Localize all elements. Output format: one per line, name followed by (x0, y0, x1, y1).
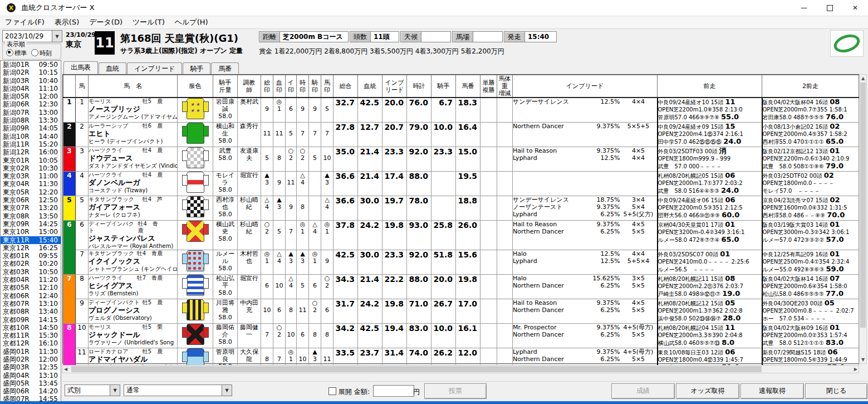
scroll-left-icon[interactable]: ◀ (64, 366, 67, 373)
vertical-scroll-thumb[interactable] (860, 82, 866, 328)
order-time-radio[interactable]: 時刻 (31, 49, 52, 57)
race-list-item[interactable]: 新潟07R13:00 (1, 109, 61, 116)
menu-data[interactable]: データ(D) (84, 16, 127, 28)
minimize-button[interactable]: — (791, 0, 817, 16)
bet-mode-select[interactable]: 通常 ▼ (124, 384, 232, 396)
race-list-item[interactable]: 東京07R13:20 (1, 204, 61, 212)
race-list-item[interactable]: 京都06R12:40 (1, 292, 61, 300)
race-list-item[interactable]: 盛岡02R12:00 (1, 356, 61, 363)
close-race-button[interactable]: 閉じる (805, 383, 867, 399)
amount-input[interactable] (373, 385, 414, 397)
trainer-name: 中内田充 (238, 299, 261, 314)
race-list-item[interactable]: 盛岡03R12:35 (1, 363, 61, 371)
horse-row[interactable]: 7 キタサンブラック 牡4 青鹿 イクイノックス シャトーブランシュ (キングヘ… (63, 250, 859, 275)
race-list-item[interactable]: 新潟05R12:00 (1, 93, 61, 100)
silks-icon (187, 221, 204, 242)
tab-entry-table[interactable]: 出馬表 (63, 61, 98, 75)
horizontal-scroll-thumb[interactable] (71, 366, 762, 372)
mark-time-cell: 5 (297, 275, 309, 299)
vote-button[interactable]: 投票 (424, 383, 487, 399)
race-list-item[interactable]: 新潟06R12:30 (1, 100, 61, 108)
vertical-scrollbar[interactable]: ▲ ▼ (859, 74, 867, 364)
race-list-item[interactable]: 京都02R10:20 (1, 260, 61, 267)
bet-type-select[interactable]: 式別 ▼ (65, 384, 120, 396)
race-list-item[interactable]: 京都10R14:50 (1, 324, 61, 332)
close-button[interactable]: ✕ (842, 0, 868, 16)
horse-row[interactable]: 4 4 ハーツクライ 牡4 鹿 ダノンベルーガ コーステッド (Tizway) … (63, 172, 859, 196)
menu-file[interactable]: ファイル(F) (0, 16, 50, 28)
horizontal-scrollbar[interactable]: ◀ ▶ (62, 365, 859, 373)
horse-name: プログノーシス (89, 306, 177, 315)
race-list-item[interactable]: 東京02R10:30 (1, 164, 61, 172)
tab-horse-number[interactable]: 馬番 (211, 62, 239, 74)
tab-inbreed[interactable]: インブリード (127, 62, 182, 74)
race-list-item[interactable]: 新潟10R14:40 (1, 133, 61, 140)
race-list-item[interactable]: 新潟09R14:05 (1, 124, 61, 132)
race-list-item[interactable]: 東京10R15:00 (1, 228, 61, 236)
race-list-item[interactable]: 新潟01R09:50 (1, 61, 61, 69)
horse-row[interactable]: 8 10 モーリス 牡5 栗 ジャックドール ラヴァリーノ (Unbridled… (63, 324, 859, 348)
inbreed-detail-cell: Northern Dancer9.375%5×5+5 (513, 123, 658, 147)
race-list-item[interactable]: 東京08R13:50 (1, 212, 61, 220)
race-list-item[interactable]: 京都09R14:15 (1, 316, 61, 324)
race-list-item[interactable]: 京都08R13:40 (1, 308, 61, 315)
race-list-item[interactable]: 新潟02R10:15 (1, 69, 61, 76)
expand-checkbox[interactable]: 展開 (328, 387, 352, 397)
race-list-item[interactable]: 京都12R16:10 (1, 339, 61, 347)
race-list-item[interactable]: 京都04R11:20 (1, 276, 61, 284)
mark-overall-cell: 5 (261, 147, 273, 172)
post-time-label: 発走 (504, 31, 524, 42)
horse-row[interactable]: 5 5 キタサンブラック 牡4 芦 ガイアフォース ナターレ (クロフネ) 西村… (63, 196, 859, 221)
horse-row[interactable]: 6 6 ディープインパクト 牡4 青鹿 ジャスティンパレス パレスルーマー (R… (63, 221, 859, 250)
race-list-item[interactable]: 東京11R15:40 (1, 236, 61, 244)
race-list-item[interactable]: 京都11R15:30 (1, 332, 61, 339)
race-list-item[interactable]: 東京09R14:25 (1, 220, 61, 228)
horse-row[interactable]: 3 3 ハーツクライ 牡4 鹿 ドウデュース ダストアンドダイヤモンズ (Vin… (63, 147, 859, 172)
maximize-button[interactable] (817, 0, 842, 16)
flash-fetch-button[interactable]: 速報取得 (741, 383, 804, 399)
race-list-item[interactable]: 新潟12R16:00 (1, 148, 61, 156)
order-standard-radio[interactable]: 標準 (6, 49, 27, 57)
mark-time-cell: 9 (297, 98, 309, 123)
race-list-item[interactable]: 京都01R09:55 (1, 252, 61, 260)
horse-name-cell: ハーツクライ 牡4 鹿 ダノンベルーガ コーステッド (Tizway) (89, 172, 178, 196)
trainer-cell: 杉山晴紀 (238, 196, 261, 221)
trainer-name: 奥村武 (238, 98, 261, 105)
race-list-item[interactable]: 東京04R11:30 (1, 180, 61, 188)
race-list-item[interactable]: 東京06R12:50 (1, 196, 61, 204)
race-list-item[interactable]: 盛岡06R14:20 (1, 387, 61, 395)
race-list-item[interactable]: 京都03R10:50 (1, 268, 61, 276)
scroll-up-icon[interactable]: ▲ (860, 75, 866, 82)
radio-icon (6, 49, 13, 56)
race-list-item[interactable]: 京都07R13:10 (1, 300, 61, 308)
horse-row[interactable]: 7 8 ハーツクライ 牡7 青鹿 ヒシイグアス ラリズ (Bernstein) … (63, 275, 859, 299)
horse-row[interactable]: 1 1 モーリス 牡5 鹿 ノースブリッジ アメージングムーン (アドマイヤムー… (63, 98, 859, 123)
race-list-item[interactable]: 新潟03R10:40 (1, 77, 61, 85)
race-list-item[interactable]: 東京03R11:00 (1, 172, 61, 180)
race-list-item[interactable]: 新潟08R13:30 (1, 116, 61, 124)
race-list-item[interactable]: 盛岡05R13:45 (1, 379, 61, 387)
race-list-item[interactable]: 盛岡04R13:10 (1, 372, 61, 379)
horse-name: ヒシイグアス (89, 281, 177, 290)
race-list-item[interactable]: 京都05R12:10 (1, 284, 61, 291)
horse-row[interactable]: 2 2 ルーラーシップ 牡6 鹿 エヒト ヒーラ (ディープインパクト) 横山和… (63, 123, 859, 147)
tab-pedigree[interactable]: 血統 (99, 62, 126, 74)
race-list-item[interactable]: 新潟11R15:20 (1, 140, 61, 148)
menu-view[interactable]: 表示(S) (50, 16, 84, 28)
race-list-item[interactable]: 東京05R12:20 (1, 188, 61, 196)
maximize-icon (827, 5, 833, 11)
scroll-down-icon[interactable]: ▼ (860, 356, 866, 363)
race-header: 2023/10/29 ▼ 表示順 標準 時刻 23/10/29 東京 11 第1… (0, 29, 868, 60)
race-list[interactable]: 新潟01R09:50新潟02R10:15新潟03R10:40新潟04R11:10… (0, 60, 61, 404)
horse-row[interactable]: 9 ディープインパクト 牡5 鹿 プログノーシス ヴェルダ (Observato… (63, 299, 859, 324)
race-list-item[interactable]: 東京01R10:05 (1, 157, 61, 164)
results-button[interactable]: 成績 (611, 383, 675, 399)
menu-help[interactable]: ヘルプ(H) (170, 16, 213, 28)
tab-jockey[interactable]: 騎手 (183, 62, 210, 74)
race-list-item[interactable]: 新潟04R11:10 (1, 85, 61, 93)
menu-tools[interactable]: ツール(T) (127, 16, 170, 28)
race-list-item[interactable]: 東京12R16:25 (1, 244, 61, 252)
scroll-right-icon[interactable]: ▶ (854, 366, 857, 373)
odds-fetch-button[interactable]: オッズ取得 (676, 383, 739, 399)
race-list-item[interactable]: 盛岡01R11:30 (1, 348, 61, 356)
